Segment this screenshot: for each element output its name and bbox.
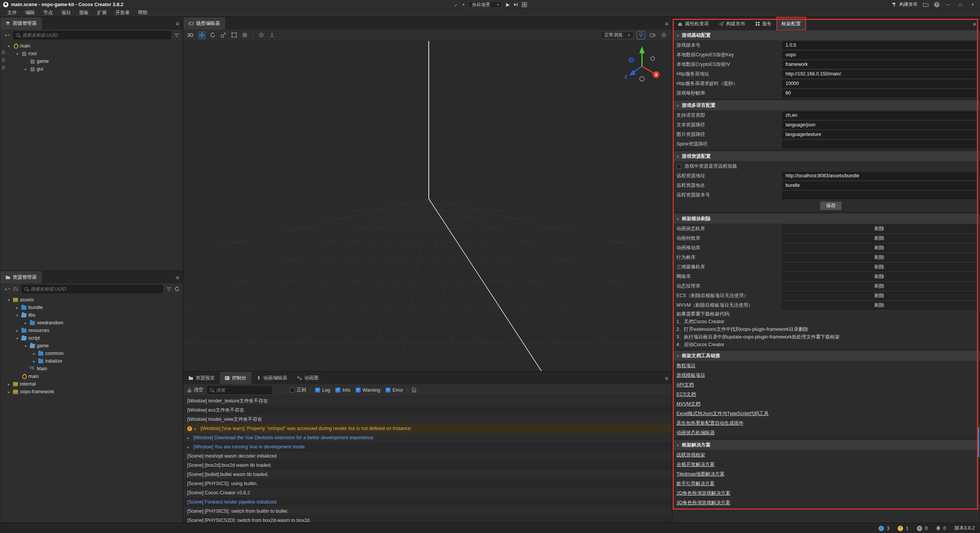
- assets-menu-icon[interactable]: ≡: [176, 274, 179, 281]
- preview-platform-icon[interactable]: [453, 2, 459, 7]
- assets-search-input[interactable]: [30, 286, 160, 292]
- log-row[interactable]: ▸[Window] You are running Vue in develop…: [183, 442, 672, 451]
- tab-hierarchy[interactable]: 层级管理器: [0, 17, 42, 29]
- menu-item-帮助[interactable]: 帮助: [134, 9, 152, 16]
- assets-item-bundle[interactable]: ▸bundle: [0, 304, 183, 311]
- view-mode-dropdown[interactable]: 正常浏览 ▾: [600, 31, 634, 39]
- remove-button[interactable]: 剔除: [782, 282, 977, 290]
- remove-button[interactable]: 剔除: [782, 244, 977, 252]
- preview-platform-caret-icon[interactable]: ▾: [463, 3, 465, 7]
- tab-asset-preview[interactable]: 资源预览: [183, 372, 220, 384]
- hierarchy-search[interactable]: [13, 31, 171, 39]
- remove-button[interactable]: 剔除: [782, 273, 977, 281]
- doc-link[interactable]: 全栈开发解决方案: [676, 461, 715, 468]
- caret-icon[interactable]: ▾: [7, 298, 11, 302]
- menu-item-开发者[interactable]: 开发者: [111, 9, 134, 16]
- export-log-icon[interactable]: [412, 387, 416, 392]
- caret-icon[interactable]: ▸: [32, 359, 36, 363]
- scene-menu-icon[interactable]: ≡: [665, 20, 668, 27]
- caret-icon[interactable]: ▾: [23, 344, 28, 348]
- tab-console[interactable]: 控制台: [220, 372, 252, 384]
- coordinate-toggle-icon[interactable]: [268, 31, 276, 39]
- hierarchy-item-gui[interactable]: ▸gui: [0, 65, 183, 73]
- section-header-4[interactable]: ∨框架文档工具链接: [673, 351, 980, 361]
- expand-chevron-icon[interactable]: ▸: [194, 427, 198, 431]
- field-input[interactable]: 1.0.5: [782, 41, 977, 49]
- remove-button[interactable]: 剔除: [782, 292, 977, 300]
- log-row[interactable]: [Window] ecs文件夹不存在: [183, 405, 672, 415]
- clear-console-button[interactable]: 清空: [187, 387, 203, 393]
- doc-link[interactable]: API文档: [676, 382, 694, 388]
- assets-item-seedrandom[interactable]: ▸seedrandom: [0, 319, 183, 327]
- sort-assets-icon[interactable]: [13, 287, 18, 291]
- field-input[interactable]: [782, 191, 977, 199]
- transform-gizmo-icon[interactable]: [241, 31, 249, 39]
- field-input[interactable]: framework: [782, 60, 977, 69]
- hierarchy-filter-icon[interactable]: [174, 33, 180, 38]
- filter-warning[interactable]: Warning: [356, 387, 380, 393]
- doc-link[interactable]: ECS文档: [676, 391, 696, 398]
- menu-item-扩展[interactable]: 扩展: [93, 9, 111, 16]
- log-row[interactable]: !▸[Window] [Vue warn]: Property "onInput…: [183, 424, 672, 433]
- caret-icon[interactable]: ▸: [23, 67, 28, 71]
- add-asset-button[interactable]: ＋▾: [3, 286, 10, 293]
- field-input[interactable]: 60: [782, 89, 977, 97]
- inspector-menu-icon[interactable]: ≡: [973, 21, 976, 27]
- caret-icon[interactable]: ▸: [7, 390, 11, 394]
- doc-link[interactable]: 原生包热更新配置自动生成插件: [676, 420, 743, 427]
- tab-scene-editor[interactable]: 场景编辑器: [183, 17, 225, 29]
- remove-button[interactable]: 剔除: [782, 225, 977, 233]
- filter-log[interactable]: Log: [315, 387, 330, 393]
- doc-link[interactable]: 新手引导解决方案: [676, 481, 715, 487]
- assets-item-initialize[interactable]: ▸initialize: [0, 357, 183, 365]
- assets-item-libs[interactable]: ▾libs: [0, 311, 183, 319]
- log-row[interactable]: [Scene] [bullet]:bullet wasm lib loaded.: [183, 470, 672, 479]
- bell-icon[interactable]: [936, 526, 941, 531]
- assets-search[interactable]: [21, 285, 163, 293]
- doc-link[interactable]: 3D角色扮演游戏解决方案: [676, 500, 730, 506]
- remove-button[interactable]: 剔除: [782, 263, 977, 271]
- axis-gizmo[interactable]: X Z: [619, 43, 665, 88]
- play-button[interactable]: ▶: [506, 2, 510, 7]
- info-count-icon[interactable]: i: [879, 526, 884, 531]
- tab-animation-editor[interactable]: 动画编辑器: [252, 372, 292, 384]
- hierarchy-item-game[interactable]: game: [0, 57, 183, 65]
- field-input[interactable]: [782, 140, 977, 148]
- caret-icon[interactable]: ▸: [32, 352, 36, 356]
- log-row[interactable]: [Scene] Forward render pipeline initiali…: [183, 497, 672, 507]
- remove-button[interactable]: 剔除: [782, 301, 977, 309]
- doc-link[interactable]: Tiledmap地图解决方案: [676, 471, 725, 477]
- field-input[interactable]: language/json: [782, 121, 977, 129]
- console-menu-icon[interactable]: ≡: [665, 375, 668, 381]
- field-input[interactable]: zh,en: [782, 111, 977, 119]
- build-publish-button[interactable]: 构建发布: [892, 1, 918, 8]
- caret-icon[interactable]: ▾: [15, 336, 20, 340]
- scene-selector-dropdown[interactable]: 当前场景 ▾: [468, 1, 502, 8]
- field-input[interactable]: bundle: [782, 181, 977, 190]
- filter-info[interactable]: Info: [335, 387, 350, 393]
- step-button[interactable]: [513, 2, 518, 7]
- assets-item-resources[interactable]: ▸resources: [0, 327, 183, 334]
- tab-framework-config[interactable]: 框架配置: [777, 17, 806, 30]
- doc-link[interactable]: 2D角色扮演游戏解决方案: [676, 490, 730, 497]
- tab-property-inspector[interactable]: 属性检查器: [673, 17, 714, 30]
- console-search-input[interactable]: [215, 387, 276, 393]
- folder-icon[interactable]: [923, 2, 929, 7]
- section-header-5[interactable]: ∨框架解决方案: [673, 440, 980, 450]
- scene-viewport[interactable]: X Z: [183, 41, 672, 371]
- tab-assets[interactable]: 资源管理器: [0, 271, 42, 283]
- move-tool-icon[interactable]: [198, 31, 206, 39]
- doc-link[interactable]: 动画状态机编辑器: [676, 430, 715, 436]
- field-input[interactable]: language/texture: [782, 131, 977, 139]
- pivot-toggle-icon[interactable]: [257, 31, 266, 39]
- caret-icon[interactable]: ▾: [15, 52, 20, 56]
- field-input[interactable]: http://192.168.0.150/main/: [782, 70, 977, 78]
- field-input[interactable]: 10000: [782, 80, 977, 88]
- doc-link[interactable]: MVVM文档: [676, 401, 701, 407]
- assets-item-common[interactable]: ▸common: [0, 350, 183, 357]
- log-row[interactable]: [Window] render_texture文件夹不存在: [183, 396, 672, 405]
- rect-tool-icon[interactable]: [230, 31, 238, 39]
- caret-icon[interactable]: ▸: [15, 306, 20, 310]
- doc-link[interactable]: 游戏模板项目: [676, 372, 705, 379]
- close-button[interactable]: ×: [969, 2, 976, 7]
